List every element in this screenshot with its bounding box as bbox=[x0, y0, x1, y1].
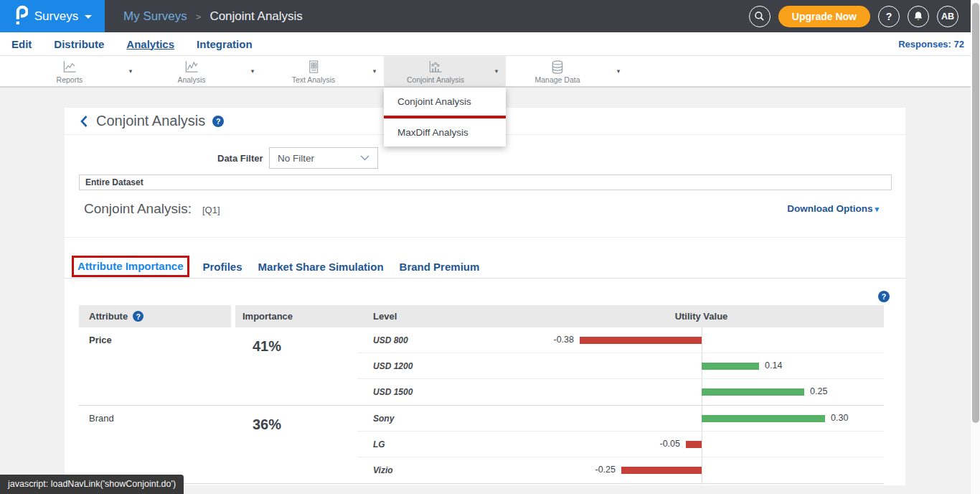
product-menu-label: Surveys bbox=[34, 9, 78, 24]
level-row: USD 800-0.38 bbox=[357, 327, 884, 353]
utility-bar bbox=[702, 415, 825, 422]
utility-bar-area: -0.25 bbox=[519, 457, 884, 483]
breadcrumb-parent-link[interactable]: My Surveys bbox=[123, 9, 187, 24]
responses-count: Responses: 72 bbox=[898, 39, 969, 50]
table-body: Price 41% USD 800-0.38USD 12000.14USD 15… bbox=[79, 327, 884, 484]
utility-bar bbox=[686, 441, 702, 448]
question-reference: [Q1] bbox=[202, 205, 220, 215]
title-help-icon[interactable]: ? bbox=[212, 116, 224, 127]
tab-market-share-simulation[interactable]: Market Share Simulation bbox=[258, 261, 384, 273]
table-header: Attribute ? Importance Level Utility Val… bbox=[79, 305, 884, 327]
toolbar-item-reports[interactable]: Reports ▾ bbox=[18, 56, 140, 86]
tab-attribute-importance[interactable]: Attribute Importance bbox=[77, 260, 184, 272]
reports-caret-icon[interactable]: ▾ bbox=[121, 56, 140, 86]
utility-bar-area: 0.14 bbox=[519, 353, 884, 378]
avatar[interactable]: AB bbox=[937, 6, 958, 27]
analysis-heading: Conjoint Analysis: bbox=[84, 201, 192, 217]
toolbar-item-manage-data[interactable]: Manage Data ▾ bbox=[506, 56, 628, 86]
conjoint-dropdown-menu: Conjoint Analysis MaxDiff Analysis bbox=[384, 88, 506, 146]
level-name: USD 1500 bbox=[357, 379, 519, 405]
attribute-importance-table: Attribute ? Importance Level Utility Val… bbox=[79, 305, 884, 484]
data-filter-select[interactable]: No Filter bbox=[269, 147, 378, 169]
download-options-link[interactable]: Download Options▾ bbox=[787, 203, 879, 214]
zero-axis-line bbox=[702, 457, 702, 483]
bell-icon bbox=[913, 11, 923, 22]
conjoint-analysis-panel: Conjoint Analysis ? Data Filter No Filte… bbox=[65, 108, 905, 485]
level-row: USD 12000.14 bbox=[357, 353, 884, 379]
back-button[interactable] bbox=[80, 116, 88, 127]
download-caret-icon: ▾ bbox=[875, 205, 879, 213]
breadcrumb: My Surveys > Conjoint Analysis bbox=[123, 9, 303, 24]
nav-item-distribute[interactable]: Distribute bbox=[54, 38, 104, 50]
tab-profiles[interactable]: Profiles bbox=[203, 261, 242, 273]
result-tabs: Attribute Importance Profiles Market Sha… bbox=[65, 255, 905, 279]
toolbar-item-conjoint-analysis[interactable]: Conjoint Analysis ▾ bbox=[384, 56, 506, 86]
dataset-field[interactable] bbox=[79, 174, 892, 190]
analytics-toolbar: Reports ▾ Analysis ▾ Text Ana bbox=[0, 56, 980, 88]
utility-value-label: 0.30 bbox=[831, 413, 848, 423]
menu-item-conjoint-analysis[interactable]: Conjoint Analysis bbox=[384, 88, 506, 116]
survey-nav: Edit Distribute Analytics Integration Re… bbox=[0, 32, 980, 56]
top-header: Surveys My Surveys > Conjoint Analysis U… bbox=[0, 0, 980, 32]
tab-brand-premium[interactable]: Brand Premium bbox=[400, 261, 480, 273]
utility-bar bbox=[580, 337, 702, 344]
level-name: USD 800 bbox=[357, 327, 519, 353]
conjoint-analysis-icon bbox=[428, 60, 443, 74]
header-actions: Upgrade Now ? AB bbox=[749, 6, 980, 27]
text-analysis-caret-icon[interactable]: ▾ bbox=[365, 56, 384, 86]
search-icon bbox=[754, 11, 765, 22]
status-link-tooltip: javascript: loadNavLink('showConjoint.do… bbox=[0, 475, 184, 494]
column-header-attribute: Attribute ? bbox=[79, 305, 231, 327]
notifications-button[interactable] bbox=[908, 6, 929, 27]
importance-value: 36% bbox=[235, 406, 357, 483]
utility-bar bbox=[702, 363, 759, 370]
product-switcher[interactable]: Surveys bbox=[0, 0, 105, 32]
questionpro-logo-icon bbox=[13, 5, 28, 28]
level-row: Vizio-0.25 bbox=[357, 457, 884, 483]
data-filter-value: No Filter bbox=[278, 153, 314, 164]
toolbar-item-analysis[interactable]: Analysis ▾ bbox=[140, 56, 262, 86]
levels: USD 800-0.38USD 12000.14USD 15000.25 bbox=[357, 327, 884, 405]
level-row: LG-0.05 bbox=[357, 432, 884, 457]
back-chevron-icon bbox=[80, 116, 88, 127]
product-menu-caret-icon bbox=[85, 15, 92, 19]
menu-item-maxdiff-analysis[interactable]: MaxDiff Analysis bbox=[384, 118, 506, 146]
breadcrumb-separator: > bbox=[196, 10, 202, 22]
text-analysis-icon bbox=[306, 60, 321, 74]
analysis-caret-icon[interactable]: ▾ bbox=[243, 56, 262, 86]
help-button[interactable]: ? bbox=[878, 6, 900, 27]
conjoint-analysis-caret-icon[interactable]: ▾ bbox=[487, 56, 506, 86]
level-name: Vizio bbox=[357, 457, 519, 483]
page-scrollbar-thumb[interactable] bbox=[972, 3, 979, 423]
search-button[interactable] bbox=[749, 6, 771, 27]
analysis-icon bbox=[184, 60, 199, 74]
attribute-help-icon[interactable]: ? bbox=[133, 311, 143, 322]
attribute-group-row: Brand 36% Sony0.30LG-0.05Vizio-0.25 bbox=[79, 406, 884, 484]
nav-item-edit[interactable]: Edit bbox=[11, 38, 32, 50]
attribute-name: Brand bbox=[79, 406, 235, 483]
level-name: USD 1200 bbox=[357, 353, 519, 378]
nav-item-integration[interactable]: Integration bbox=[197, 38, 253, 50]
page-scrollbar-track bbox=[971, 0, 980, 494]
utility-bar-area: 0.30 bbox=[519, 406, 884, 431]
utility-bar-area: 0.25 bbox=[519, 379, 884, 405]
annotation-red-box: Attribute Importance bbox=[72, 256, 189, 277]
column-header-utility-value: Utility Value bbox=[519, 305, 884, 327]
utility-value-label: -0.05 bbox=[660, 439, 681, 449]
utility-bar bbox=[702, 388, 804, 396]
level-row: Sony0.30 bbox=[357, 406, 884, 432]
table-help-icon[interactable]: ? bbox=[878, 291, 890, 302]
utility-value-label: -0.25 bbox=[595, 465, 616, 475]
manage-data-caret-icon[interactable]: ▾ bbox=[609, 56, 628, 86]
page-title: Conjoint Analysis bbox=[96, 113, 205, 129]
manage-data-icon bbox=[550, 60, 565, 74]
nav-item-analytics[interactable]: Analytics bbox=[126, 38, 174, 50]
utility-value-label: 0.25 bbox=[810, 386, 827, 396]
upgrade-now-button[interactable]: Upgrade Now bbox=[778, 6, 870, 27]
utility-bar bbox=[621, 467, 702, 474]
zero-axis-line bbox=[702, 432, 702, 457]
toolbar-item-text-analysis[interactable]: Text Analysis ▾ bbox=[262, 56, 384, 86]
utility-bar-area: -0.05 bbox=[519, 432, 884, 457]
column-header-level: Level bbox=[357, 305, 519, 327]
section-divider bbox=[65, 237, 905, 238]
